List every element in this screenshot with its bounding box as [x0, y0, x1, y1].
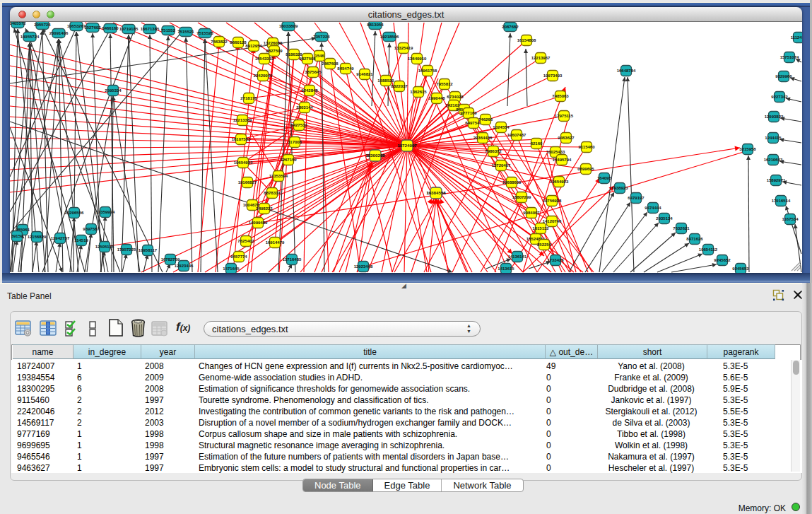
svg-text:17957225: 17957225 — [117, 247, 136, 252]
svg-text:15751074: 15751074 — [780, 55, 799, 59]
svg-text:10654112: 10654112 — [699, 247, 718, 252]
svg-text:2803144: 2803144 — [296, 105, 313, 110]
svg-text:19654923: 19654923 — [550, 180, 569, 184]
svg-text:6734028: 6734028 — [447, 95, 464, 99]
svg-text:9777169: 9777169 — [460, 111, 477, 115]
svg-text:8454749: 8454749 — [337, 66, 354, 71]
svg-text:1413615: 1413615 — [498, 267, 514, 271]
svg-text:17975115: 17975115 — [555, 114, 574, 118]
svg-text:12923448: 12923448 — [354, 264, 373, 269]
svg-text:7663822: 7663822 — [211, 40, 228, 44]
svg-text:12156829: 12156829 — [28, 235, 47, 239]
svg-text:3267150: 3267150 — [280, 158, 297, 162]
svg-text:8938923: 8938923 — [611, 186, 628, 190]
svg-text:12505135: 12505135 — [95, 245, 114, 249]
svg-text:18807299: 18807299 — [512, 195, 531, 199]
svg-text:3498222: 3498222 — [256, 206, 273, 211]
svg-text:13640910: 13640910 — [408, 57, 427, 61]
svg-text:2718176: 2718176 — [240, 96, 257, 100]
svg-text:164095: 164095 — [597, 176, 612, 180]
svg-text:3875645: 3875645 — [305, 70, 322, 74]
svg-text:1990448: 1990448 — [428, 96, 445, 100]
svg-text:9115460: 9115460 — [578, 145, 595, 149]
svg-text:1733426: 1733426 — [547, 258, 564, 262]
svg-text:17016514: 17016514 — [772, 199, 791, 203]
svg-text:12923446: 12923446 — [175, 264, 194, 268]
svg-text:8471626: 8471626 — [686, 237, 703, 241]
svg-text:16107553: 16107553 — [232, 137, 251, 141]
svg-text:16782759: 16782759 — [161, 257, 180, 262]
svg-text:9245652: 9245652 — [714, 258, 731, 262]
svg-text:15495794: 15495794 — [553, 158, 572, 162]
svg-text:16033809: 16033809 — [279, 24, 298, 28]
svg-text:18300295: 18300295 — [365, 153, 385, 158]
svg-text:2595334: 2595334 — [105, 88, 122, 93]
svg-text:17359924: 17359924 — [96, 210, 115, 214]
svg-text:10719185: 10719185 — [119, 27, 139, 31]
svg-text:7357224: 7357224 — [313, 35, 330, 39]
svg-text:7632621: 7632621 — [673, 226, 690, 230]
svg-text:1405572: 1405572 — [10, 22, 26, 25]
svg-text:1244415: 1244415 — [765, 136, 782, 140]
svg-text:12213967: 12213967 — [531, 56, 551, 60]
svg-text:2867608: 2867608 — [322, 62, 339, 66]
svg-text:15716485: 15716485 — [283, 257, 302, 262]
svg-text:751552: 751552 — [161, 28, 176, 33]
svg-text:7485063: 7485063 — [552, 94, 569, 98]
svg-text:746266: 746266 — [478, 117, 493, 122]
svg-text:19166827: 19166827 — [238, 180, 257, 185]
svg-text:10025433: 10025433 — [546, 150, 565, 154]
svg-text:15720407: 15720407 — [492, 163, 511, 168]
svg-text:9474444: 9474444 — [645, 206, 661, 210]
svg-text:20206556: 20206556 — [65, 211, 84, 215]
svg-text:8322037: 8322037 — [391, 84, 408, 88]
svg-text:1362615: 1362615 — [410, 90, 427, 94]
svg-text:9227342: 9227342 — [771, 95, 788, 99]
svg-text:1571645: 1571645 — [223, 267, 240, 271]
svg-text:16543312: 16543312 — [255, 57, 274, 61]
svg-text:8878334: 8878334 — [264, 191, 281, 195]
svg-text:14136141: 14136141 — [508, 255, 527, 259]
svg-text:16210643: 16210643 — [764, 158, 783, 162]
svg-text:7515528: 7515528 — [196, 31, 213, 35]
svg-text:0699695: 0699695 — [577, 167, 594, 171]
svg-text:39159: 39159 — [11, 234, 23, 238]
svg-text:19218506: 19218506 — [380, 35, 399, 39]
svg-text:2935134: 2935134 — [656, 216, 673, 221]
svg-text:13325419: 13325419 — [394, 46, 413, 50]
svg-text:16154808: 16154808 — [517, 38, 536, 42]
svg-text:3215958: 3215958 — [739, 147, 756, 151]
svg-text:8660128: 8660128 — [230, 40, 247, 45]
svg-text:7625402: 7625402 — [237, 239, 254, 243]
svg-text:9457774: 9457774 — [230, 255, 247, 259]
svg-text:16914479: 16914479 — [266, 240, 285, 245]
svg-text:8427532: 8427532 — [290, 123, 307, 127]
svg-text:1588520: 1588520 — [377, 78, 394, 83]
svg-text:10688609: 10688609 — [502, 180, 522, 185]
svg-text:9084007: 9084007 — [523, 211, 540, 215]
svg-text:16961758: 16961758 — [418, 69, 437, 73]
svg-text:6479197: 6479197 — [628, 196, 645, 200]
svg-text:7986372: 7986372 — [485, 149, 502, 153]
svg-text:10653267: 10653267 — [67, 24, 86, 28]
svg-text:10973493: 10973493 — [543, 74, 563, 78]
svg-text:18724007: 18724007 — [397, 143, 417, 148]
svg-text:1112454: 1112454 — [791, 35, 802, 40]
svg-text:19654933: 19654933 — [234, 160, 253, 165]
svg-text:7955812: 7955812 — [436, 82, 453, 86]
svg-text:9242848: 9242848 — [301, 88, 318, 93]
svg-text:20091406: 20091406 — [49, 31, 69, 35]
svg-text:62160: 62160 — [531, 141, 543, 146]
svg-text:1167534: 1167534 — [782, 217, 799, 221]
svg-text:14120746: 14120746 — [543, 219, 562, 223]
svg-text:22420046: 22420046 — [254, 74, 273, 78]
svg-text:8912954: 8912954 — [245, 44, 262, 48]
svg-text:2087682: 2087682 — [502, 25, 519, 29]
svg-text:6466160: 6466160 — [102, 26, 119, 30]
svg-text:16671385: 16671385 — [141, 27, 160, 31]
svg-text:7515521: 7515521 — [177, 30, 194, 34]
svg-text:2055724: 2055724 — [34, 23, 51, 27]
svg-text:252254: 252254 — [537, 243, 552, 247]
svg-text:9146821: 9146821 — [356, 72, 373, 76]
svg-text:13226058: 13226058 — [264, 41, 283, 45]
